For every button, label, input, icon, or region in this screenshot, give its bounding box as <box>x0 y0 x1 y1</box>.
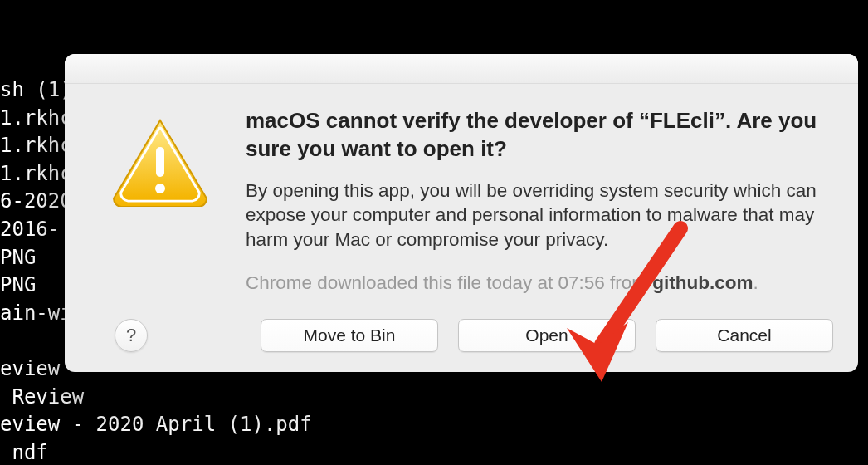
help-button[interactable]: ? <box>115 319 148 352</box>
dialog-titlebar <box>65 54 858 84</box>
source-domain: github.com <box>652 272 753 293</box>
cancel-button[interactable]: Cancel <box>656 319 833 352</box>
dialog-title: macOS cannot verify the developer of “FL… <box>246 107 825 164</box>
dialog-source-line: Chrome downloaded this file today at 07:… <box>246 271 825 296</box>
dialog-message: By opening this app, you will be overrid… <box>246 179 825 252</box>
open-button[interactable]: Open <box>458 319 636 352</box>
svg-rect-0 <box>156 147 164 177</box>
source-prefix: Chrome downloaded this file today at 07:… <box>246 272 652 293</box>
source-suffix: . <box>753 272 758 293</box>
gatekeeper-dialog: macOS cannot verify the developer of “FL… <box>65 54 858 372</box>
warning-icon <box>107 115 213 207</box>
svg-point-1 <box>155 184 165 193</box>
move-to-bin-button[interactable]: Move to Bin <box>261 319 438 352</box>
